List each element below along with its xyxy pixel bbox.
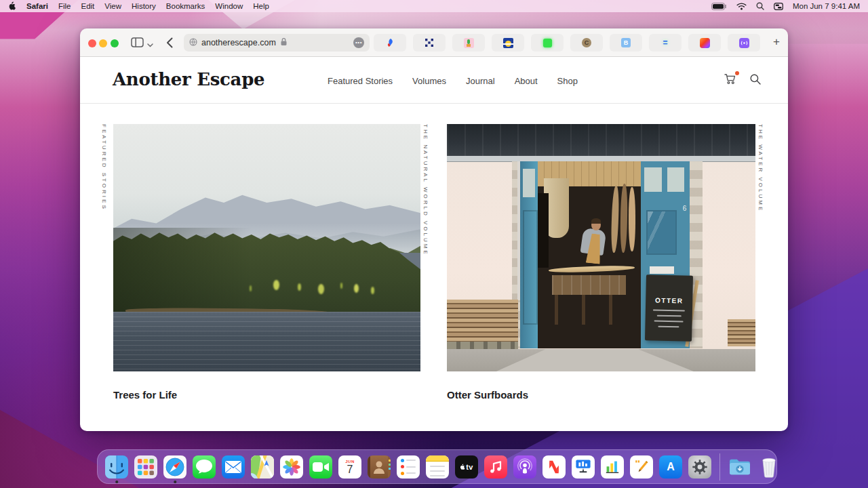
dock-app-launchpad[interactable] (134, 455, 157, 479)
pinned-tab-gradient-swatch[interactable] (688, 34, 721, 52)
zoom-window-button[interactable] (111, 39, 119, 47)
contacts-icon (368, 455, 391, 479)
card-title-otter-surfboards[interactable]: Otter Surfboards (447, 389, 528, 401)
pinned-tab-cactus[interactable] (452, 34, 485, 52)
nav-journal[interactable]: Journal (466, 76, 495, 86)
pinned-tab-letter-b[interactable]: B (610, 34, 642, 52)
menu-item-window[interactable]: Window (215, 2, 243, 10)
dock: JUN 7 (97, 449, 777, 484)
apple-menu-icon[interactable] (8, 1, 16, 11)
nav-shop[interactable]: Shop (557, 76, 578, 86)
page-settings-ellipsis-icon[interactable]: ••• (353, 37, 364, 48)
dock-app-keynote[interactable] (572, 455, 595, 479)
menu-item-bookmarks[interactable]: Bookmarks (166, 2, 205, 10)
cactus-favicon-icon (464, 38, 474, 48)
close-window-button[interactable] (88, 39, 96, 47)
menu-item-history[interactable]: History (132, 2, 156, 10)
url-text: anotherescape.com (201, 38, 276, 47)
dock-app-finder[interactable] (105, 455, 128, 479)
nav-volumes[interactable]: Volumes (412, 76, 446, 86)
brush-logo-favicon-icon (384, 37, 395, 48)
dock-app-mail[interactable] (222, 455, 245, 479)
featured-stories-rail-label: FEATURED STORIES (101, 124, 107, 211)
site-header: Another Escape Featured Stories Volumes … (80, 57, 788, 103)
dock-app-contacts[interactable] (368, 455, 391, 479)
nav-about[interactable]: About (515, 76, 538, 86)
menu-item-view[interactable]: View (104, 2, 121, 10)
sun-window-favicon-icon (503, 38, 513, 48)
art-workbench-legs (555, 295, 623, 325)
dock-app-system-preferences[interactable] (688, 455, 711, 479)
equals-favicon-icon: = (660, 37, 671, 48)
spotlight-search-icon[interactable] (756, 2, 764, 10)
pinned-tab-brush-logo[interactable] (374, 34, 406, 52)
menu-item-file[interactable]: File (58, 2, 71, 10)
art-door-pane (667, 167, 685, 192)
webpage-content: Another Escape Featured Stories Volumes … (80, 57, 788, 431)
pinned-tabs-strip: C B = (374, 34, 760, 52)
cart-badge (735, 71, 739, 75)
pinned-tab-checker-dots[interactable] (413, 34, 446, 52)
cart-button[interactable] (724, 73, 737, 87)
address-bar[interactable]: anotherescape.com ••• (184, 34, 370, 52)
card-title-trees-for-life[interactable]: Trees for Life (113, 389, 177, 401)
browser-toolbar: anotherescape.com ••• (80, 28, 788, 57)
dock-app-tv[interactable]: tv (455, 455, 478, 479)
dock-app-news[interactable] (542, 455, 566, 479)
dock-app-facetime[interactable] (309, 455, 332, 479)
sign-chalk-lines (646, 309, 693, 327)
dock-app-messages[interactable] (193, 455, 216, 479)
pinned-tab-audio-wave[interactable] (728, 34, 760, 52)
trash-icon (757, 455, 781, 479)
system-preferences-gear-icon (688, 455, 711, 479)
dock-app-reminders[interactable] (397, 455, 420, 479)
dock-app-maps[interactable] (251, 455, 274, 479)
battery-icon[interactable] (711, 3, 727, 10)
desktop: Safari File Edit View History Bookmarks … (0, 0, 868, 488)
featured-image-otter-surfboards[interactable]: 6 OTTER (447, 124, 755, 371)
lock-icon (280, 37, 288, 49)
art-water-glint (113, 312, 420, 371)
control-center-icon[interactable] (774, 3, 783, 10)
menu-item-edit[interactable]: Edit (81, 2, 95, 10)
sidebar-toggle-icon[interactable] (131, 37, 144, 50)
menu-item-help[interactable]: Help (253, 2, 269, 10)
door-number: 6 (683, 205, 687, 212)
dock-trash[interactable] (757, 455, 781, 479)
podcasts-icon (513, 455, 536, 479)
dock-app-calendar[interactable]: JUN 7 (338, 455, 361, 479)
art-blue-door-left (520, 161, 537, 348)
facetime-icon (309, 455, 332, 479)
dock-app-notes[interactable] (426, 455, 449, 479)
pinned-tab-equals[interactable]: = (649, 34, 682, 52)
privacy-globe-icon (189, 37, 197, 49)
dock-app-podcasts[interactable] (513, 455, 536, 479)
nav-featured-stories[interactable]: Featured Stories (328, 76, 393, 86)
featured-image-trees-for-life[interactable] (113, 124, 420, 371)
art-eave (447, 156, 755, 161)
green-swatch-favicon-icon (543, 39, 552, 47)
pinned-tab-sun-window[interactable] (492, 34, 524, 52)
menu-item-safari[interactable]: Safari (26, 2, 48, 10)
dock-app-music[interactable] (484, 455, 507, 479)
site-logo[interactable]: Another Escape (113, 69, 264, 89)
art-surfboard (629, 187, 635, 251)
dock-app-numbers[interactable] (601, 455, 624, 479)
dock-app-pages[interactable] (630, 455, 653, 479)
sidebar-chevron-down-icon[interactable] (147, 38, 153, 50)
minimize-window-button[interactable] (99, 39, 107, 47)
wifi-icon[interactable] (736, 3, 747, 10)
menu-bar: Safari File Edit View History Bookmarks … (0, 0, 868, 12)
dock-app-safari[interactable] (163, 455, 186, 479)
site-search-icon[interactable] (750, 74, 761, 87)
dock-app-photos[interactable] (280, 455, 303, 479)
dock-folder-downloads[interactable] (728, 455, 751, 479)
pinned-tab-coin[interactable]: C (570, 34, 603, 52)
new-tab-button[interactable]: + (773, 36, 780, 47)
menu-bar-clock[interactable]: Mon Jun 7 9:41 AM (793, 2, 860, 10)
art-door-window (646, 210, 677, 255)
dock-app-app-store[interactable]: A (659, 455, 682, 479)
art-door-pane (644, 167, 662, 192)
back-button[interactable] (166, 37, 173, 51)
pinned-tab-green-swatch[interactable] (531, 34, 564, 52)
